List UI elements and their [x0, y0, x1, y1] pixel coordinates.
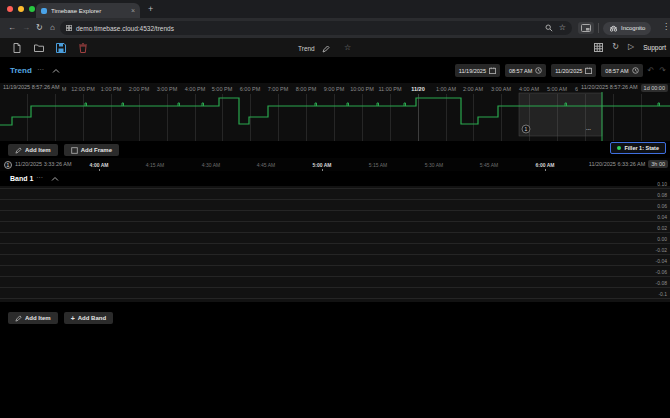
frame-axis-label: 4:45 AM	[257, 162, 275, 168]
home-icon[interactable]: ⌂	[50, 22, 55, 34]
tab-close-icon[interactable]: ×	[131, 8, 135, 14]
tab-title: Timebase Explorer	[51, 8, 127, 14]
calendar-icon[interactable]	[585, 67, 592, 74]
tab-favicon-icon	[41, 8, 47, 14]
window-controls	[7, 6, 35, 12]
trend-actions-row: Add Item Add Frame Filler 1: State	[0, 141, 670, 158]
band-axis-label: 0.04	[657, 214, 667, 220]
band-gridline	[0, 232, 670, 233]
band-gridline	[0, 210, 670, 211]
add-item-button[interactable]: Add Item	[8, 144, 58, 156]
search-icon[interactable]	[545, 24, 553, 32]
plus-icon: +	[71, 315, 75, 322]
browser-tab[interactable]: Timebase Explorer ×	[36, 3, 140, 18]
add-band-button[interactable]: + Add Band	[64, 312, 113, 324]
frame-axis-label: 5:00 AM	[313, 162, 332, 168]
selection-badge-number: 1	[525, 126, 528, 132]
window-minimize-button[interactable]	[18, 6, 24, 12]
delete-icon[interactable]	[78, 43, 88, 53]
incognito-badge: Incognito	[603, 22, 651, 35]
add-frame-button[interactable]: Add Frame	[64, 144, 119, 156]
document-title: Trend	[298, 45, 315, 52]
support-link[interactable]: Support	[643, 44, 666, 51]
band-axis-label: 0.00	[657, 236, 667, 242]
chart-start-datetime: 11/19/2025 8:57:26 AM	[0, 83, 62, 92]
band-add-item-button[interactable]: Add Item	[8, 312, 58, 324]
incognito-label: Incognito	[621, 25, 645, 31]
band-axis-label: -0.06	[656, 269, 667, 275]
window-zoom-button[interactable]	[29, 6, 35, 12]
browser-menu-icon[interactable]: ⋮	[662, 22, 670, 31]
band-gridline	[0, 221, 670, 222]
band-axis-label: -0.08	[656, 280, 667, 286]
trend-axis-label: 9:00 PM	[324, 86, 345, 92]
band-panel-title: Band 1	[10, 175, 33, 182]
trend-axis-label: 3:00 PM	[157, 86, 178, 92]
tab-strip: Timebase Explorer × +	[0, 0, 670, 18]
start-date-input[interactable]: 11/19/2025	[455, 64, 500, 77]
reload-icon[interactable]: ↻	[36, 22, 43, 34]
chart-end-datetime: 11/20/2025 8:57:26 AM	[581, 83, 637, 92]
back-icon[interactable]: ←	[8, 22, 16, 34]
start-date-value: 11/19/2025	[459, 68, 486, 74]
selection-more-icon[interactable]: ...	[586, 125, 591, 131]
bookmark-star-icon[interactable]: ☆	[559, 24, 566, 32]
pen-icon	[15, 315, 22, 322]
band-add-item-label: Add Item	[25, 315, 51, 321]
band-gridline	[0, 254, 670, 255]
undo-icon[interactable]: ↶	[648, 66, 655, 76]
add-band-label: Add Band	[78, 315, 106, 321]
start-time-input[interactable]: 08:57 AM	[505, 64, 546, 77]
clock-icon[interactable]	[535, 67, 542, 74]
edit-icon[interactable]	[322, 45, 330, 53]
forward-icon[interactable]: →	[22, 22, 30, 34]
frame-axis-label: 4:15 AM	[146, 162, 164, 168]
frame-timeline[interactable]: 1 11/20/2025 3:33:26 AM 11/20/2025 6:33:…	[0, 158, 670, 171]
trend-chart-canvas[interactable]: 11:00 AM12:00 PM1:00 PM2:00 PM3:00 PM4:0…	[0, 83, 670, 141]
tab-search-button[interactable]	[578, 22, 594, 34]
frame-axis-label: 4:00 AM	[90, 162, 109, 168]
clock-icon[interactable]	[632, 67, 639, 74]
band-chart[interactable]: 0.100.080.060.040.020.00-0.02-0.04-0.06-…	[0, 186, 670, 302]
favorite-star-icon[interactable]: ☆	[344, 43, 351, 52]
open-folder-icon[interactable]	[34, 43, 44, 53]
trend-axis-label: 1:00 PM	[101, 86, 122, 92]
calendar-icon[interactable]	[489, 67, 496, 74]
url-bar[interactable]: demo.timebase.cloud:4532/trends ☆	[60, 21, 572, 35]
band-gridline	[0, 276, 670, 277]
legend-chip[interactable]: Filler 1: State	[610, 142, 666, 154]
trend-menu-icon[interactable]: ⋯	[37, 66, 44, 74]
frame-axis-label: 5:15 AM	[369, 162, 387, 168]
incognito-icon	[609, 25, 618, 32]
collapse-chevron-icon[interactable]	[52, 68, 60, 74]
trend-chart[interactable]: 11:00 AM12:00 PM1:00 PM2:00 PM3:00 PM4:0…	[0, 83, 670, 141]
frame-number-badge: 1	[4, 161, 12, 169]
start-time-value: 08:57 AM	[509, 68, 532, 74]
band-axis-label: 0.10	[657, 181, 667, 187]
band-menu-icon[interactable]: ⋯	[36, 174, 43, 182]
frame-axis-label: 4:30 AM	[202, 162, 220, 168]
new-file-icon[interactable]	[12, 43, 22, 53]
end-date-value: 11/20/2025	[555, 68, 582, 74]
site-info-icon[interactable]	[66, 25, 72, 31]
frame-end-group: 11/20/2025 6:33:26 AM 3h 00	[589, 160, 668, 168]
end-date-input[interactable]: 11/20/2025	[551, 64, 596, 77]
play-icon[interactable]: ▷	[628, 42, 634, 52]
new-tab-button[interactable]: +	[148, 4, 153, 14]
band-axis-label: -0.1	[658, 291, 667, 297]
band-collapse-chevron-icon[interactable]	[51, 176, 59, 182]
redo-icon[interactable]: ↷	[659, 66, 666, 76]
refresh-icon[interactable]: ↻	[612, 42, 619, 52]
trend-axis-label: 6:00 PM	[240, 86, 261, 92]
trend-axis-label: 12:00 PM	[71, 86, 95, 92]
time-range-controls: 11/19/2025 08:57 AM 11/20/2025	[455, 64, 666, 77]
legend-color-dot	[617, 146, 621, 150]
band-gridline	[0, 243, 670, 244]
trend-axis-label: 8:00 PM	[296, 86, 317, 92]
apps-grid-icon[interactable]	[594, 43, 603, 52]
band-gridline	[0, 199, 670, 200]
save-icon[interactable]	[56, 43, 66, 53]
end-time-input[interactable]: 08:57 AM	[601, 64, 642, 77]
window-close-button[interactable]	[7, 6, 13, 12]
frame-start-datetime: 11/20/2025 3:33:26 AM	[15, 161, 71, 167]
